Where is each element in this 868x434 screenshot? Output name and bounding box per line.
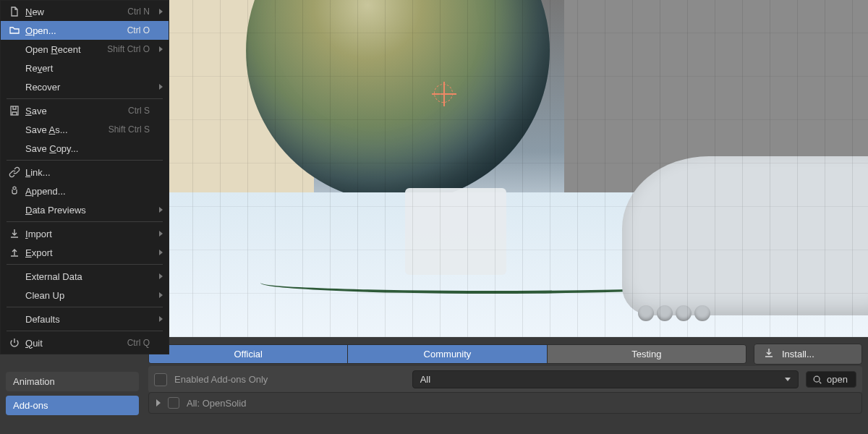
addons-search-input[interactable]: open (806, 371, 856, 388)
menu-item-append[interactable]: Append... (1, 182, 169, 200)
chevron-right-icon (153, 46, 163, 52)
menu-item-label: Open Recent (22, 44, 107, 55)
viewport-wheel (694, 305, 710, 321)
svg-point-1 (814, 376, 820, 382)
menu-item-shortcut: Ctrl N (127, 7, 150, 17)
menu-item-import[interactable]: Import (1, 224, 169, 243)
sidebar-item-animation[interactable]: Animation (6, 372, 139, 391)
category-dropdown[interactable]: All (412, 370, 799, 388)
menu-item-defaults[interactable]: Defaults (1, 310, 169, 328)
export-icon (7, 247, 22, 258)
menu-item-export[interactable]: Export (1, 243, 169, 262)
addons-filter-row: Enabled Add-ons Only All open (148, 366, 862, 393)
menu-item-revert[interactable]: Revert (1, 59, 169, 77)
save-icon (7, 105, 22, 116)
install-addon-button[interactable]: Install... (754, 344, 862, 365)
chevron-right-icon (153, 250, 163, 255)
menu-item-label: Import (22, 229, 153, 239)
menu-item-label: Data Previews (22, 205, 153, 216)
viewport-wheel (657, 305, 673, 321)
install-addon-label: Install... (782, 349, 814, 359)
chevron-right-icon (153, 9, 163, 14)
tab-official[interactable]: Official (149, 345, 348, 363)
tab-community[interactable]: Community (348, 345, 547, 363)
menu-separator (7, 160, 163, 161)
viewport-wheel (676, 305, 692, 321)
chevron-right-icon (153, 292, 163, 298)
menu-item-clean-up[interactable]: Clean Up (1, 286, 169, 305)
menu-item-save-copy[interactable]: Save Copy... (1, 139, 169, 158)
menu-item-label: Save Copy... (22, 143, 153, 154)
chevron-right-icon (153, 273, 163, 279)
viewport-shuttle (622, 156, 868, 315)
link-icon (7, 166, 22, 178)
addons-source-tabs: Official Community Testing (148, 344, 746, 364)
menu-separator (7, 264, 163, 265)
chevron-down-icon (785, 378, 791, 381)
menu-item-open-recent[interactable]: Open RecentShift Ctrl O (1, 40, 169, 59)
menu-item-data-previews[interactable]: Data Previews (1, 200, 169, 219)
menu-item-label: New (22, 7, 127, 17)
file-new-icon (7, 6, 22, 17)
menu-item-link[interactable]: Link... (1, 163, 169, 182)
tab-testing[interactable]: Testing (548, 345, 746, 363)
chevron-right-icon (153, 207, 163, 213)
viewport-wheel (638, 305, 654, 321)
download-icon (763, 347, 775, 361)
menu-item-shortcut: Ctrl S (128, 106, 150, 116)
addons-source-tabs-row: Official Community Testing Install... (148, 344, 862, 365)
import-icon (7, 228, 22, 239)
addon-label: All: OpenSolid (187, 398, 246, 409)
menu-item-shortcut: Shift Ctrl O (107, 44, 150, 54)
menu-item-label: Link... (22, 167, 153, 178)
menu-item-save-as[interactable]: Save As...Shift Ctrl S (1, 120, 169, 139)
chevron-right-icon (153, 316, 163, 322)
menu-item-label: Export (22, 247, 153, 258)
menu-item-label: Save (22, 106, 128, 116)
menu-item-new[interactable]: NewCtrl N (1, 2, 169, 21)
menu-item-label: Open... (22, 25, 127, 36)
enabled-only-checkbox[interactable] (154, 373, 167, 386)
file-menu: NewCtrl NOpen...Ctrl OOpen RecentShift C… (0, 0, 169, 354)
menu-separator (7, 307, 163, 307)
menu-item-shortcut: Ctrl Q (127, 338, 150, 348)
power-icon (7, 337, 22, 349)
enabled-only-label: Enabled Add-ons Only (174, 374, 268, 385)
category-selected: All (420, 374, 430, 385)
folder-icon (7, 25, 22, 36)
menu-separator (7, 98, 163, 99)
menu-item-open[interactable]: Open...Ctrl O (1, 21, 169, 40)
disclosure-triangle-icon[interactable] (156, 399, 161, 407)
search-icon (812, 375, 822, 385)
addon-enable-checkbox[interactable] (168, 397, 179, 409)
cursor-3d-icon (434, 84, 453, 103)
menu-item-label: Clean Up (22, 290, 153, 301)
preferences-sidebar: Animation Add-ons (6, 372, 139, 415)
menu-item-shortcut: Shift Ctrl S (109, 124, 150, 135)
chevron-right-icon (153, 84, 163, 90)
viewport-forklift (405, 188, 506, 275)
menu-item-label: Defaults (22, 314, 153, 325)
menu-item-label: Quit (22, 338, 127, 349)
menu-item-recover[interactable]: Recover (1, 77, 169, 96)
menu-item-quit[interactable]: QuitCtrl Q (1, 333, 169, 352)
menu-item-label: Revert (22, 63, 153, 74)
menu-item-label: External Data (22, 271, 153, 282)
addons-search-value: open (827, 374, 848, 385)
menu-item-label: Recover (22, 82, 153, 93)
menu-item-label: Save As... (22, 124, 109, 135)
append-icon (7, 185, 22, 197)
menu-item-shortcut: Ctrl O (127, 25, 150, 35)
menu-separator (7, 331, 163, 331)
menu-item-label: Append... (22, 186, 153, 197)
sidebar-item-addons[interactable]: Add-ons (6, 396, 139, 415)
addon-row[interactable]: All: OpenSolid (148, 392, 862, 414)
menu-separator (7, 221, 163, 222)
menu-item-external-data[interactable]: External Data (1, 267, 169, 286)
chevron-right-icon (153, 231, 163, 237)
menu-item-save[interactable]: SaveCtrl S (1, 101, 169, 120)
